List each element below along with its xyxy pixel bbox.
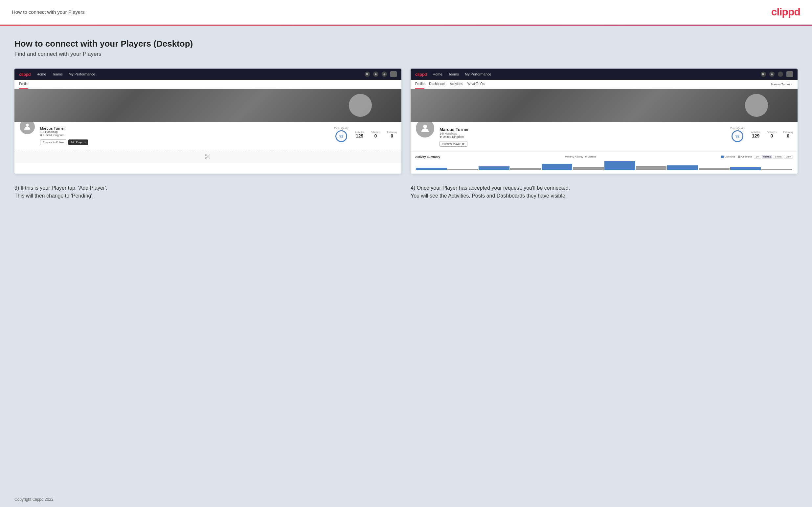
mock-buttons-left: Request to Follow Add Player + [40,139,326,145]
main-subheading: Find and connect with your Players [14,51,798,57]
request-follow-button[interactable]: Request to Follow [40,139,66,145]
player-name-left: Marcus Turner [40,126,326,130]
remove-player-button[interactable]: Remove Player [440,141,467,147]
following-value-right: 0 [783,133,793,138]
search-icon[interactable] [365,71,370,77]
followers-label-left: Followers [370,131,380,133]
svg-point-17 [771,73,772,74]
bar-5 [542,164,572,170]
svg-rect-7 [385,74,386,74]
activities-value-right: 129 [751,133,760,138]
chart-area [415,161,793,170]
profile-info-left: Marcus Turner 1-5 Handicap United Kingdo… [40,125,326,145]
banner-image-right [411,89,798,122]
add-player-button[interactable]: Add Player + [68,139,88,145]
svg-point-18 [423,125,427,128]
mock-nav-teams-right: Teams [448,72,459,76]
screenshots-row: clippd Home Teams My Performance [14,69,798,174]
svg-point-11 [206,157,207,159]
globe-icon-right[interactable] [786,71,793,77]
svg-point-8 [26,124,29,127]
mock-nav-left: clippd Home Teams My Performance [14,69,401,80]
screenshot-panel-left: clippd Home Teams My Performance [14,69,401,174]
svg-point-2 [375,73,376,74]
main-heading: How to connect with your Players (Deskto… [14,39,798,49]
followers-value-right: 0 [767,133,776,138]
offcourse-label: Off course [742,156,752,158]
mock-banner-left [14,89,401,122]
svg-point-15 [762,73,764,75]
banner-image-left [14,89,401,122]
description-right-text: 4) Once your Player has accepted your re… [411,185,570,199]
quality-circle-right: 92 [731,130,743,142]
mock-nav-right: clippd Home Teams My Performance [411,69,798,80]
player-name-right: Marcus Turner [440,127,722,132]
description-right: 4) Once your Player has accepted your re… [411,184,798,200]
main-content: How to connect with your Players (Deskto… [0,25,812,493]
bar-9 [667,165,698,170]
top-bar: How to connect with your Players clippd [0,0,812,24]
time-1mth[interactable]: 1 mth [784,155,793,159]
mock-logo-left: clippd [19,72,31,77]
svg-rect-6 [383,74,384,74]
bar-7 [604,161,635,170]
bar-1 [416,168,447,170]
oncourse-dot [721,156,724,158]
mock-tabs-right: Profile Dashboard Activities What To On … [411,80,798,89]
activity-header: Activity Summary Monthly Activity · 6 Mo… [415,155,793,159]
mock-buttons-right: Remove Player [440,141,722,147]
svg-rect-5 [384,75,384,75]
offcourse-dot [738,156,741,158]
activities-stat-left: Activities 129 [355,131,364,138]
mock-nav-icons-left [365,71,397,77]
player-dropdown[interactable]: Marcus Turner [771,80,793,89]
following-stat-right: Following 0 [783,131,793,138]
dropdown-player-name: Marcus Turner [771,83,790,86]
following-value-left: 0 [387,133,397,138]
search-icon-right[interactable] [761,71,766,77]
svg-point-10 [206,154,207,156]
user-icon[interactable] [373,71,378,77]
settings-icon-right[interactable] [778,71,783,77]
following-label-left: Following [387,131,397,133]
scissors-area [14,150,401,163]
tab-profile-left[interactable]: Profile [19,80,28,89]
following-stat-left: Following 0 [387,131,397,138]
followers-value-left: 0 [370,133,380,138]
followers-label-right: Followers [767,131,776,133]
tab-whattoon-right[interactable]: What To On [467,80,485,89]
oncourse-label: On course [725,156,735,158]
mock-profile-area-left: Marcus Turner 1-5 Handicap United Kingdo… [14,122,401,150]
svg-line-1 [367,74,368,75]
clippd-logo: clippd [771,6,800,18]
activity-title: Activity Summary [415,155,440,159]
activities-label-left: Activities [355,131,364,133]
time-6mths[interactable]: 6 mths [762,155,773,159]
page-title: How to connect with your Players [12,9,85,15]
bar-2 [447,169,478,170]
globe-icon[interactable] [390,71,397,77]
tab-dashboard-right[interactable]: Dashboard [429,80,445,89]
user-icon-right[interactable] [769,71,774,77]
activities-value-left: 129 [355,133,364,138]
tab-activities-right[interactable]: Activities [450,80,462,89]
player-location-left: United Kingdom [40,133,326,137]
time-3mths[interactable]: 3 mths [773,155,783,159]
following-label-right: Following [783,131,793,133]
tabs-left-group: Profile Dashboard Activities What To On [415,80,485,89]
location-text-right: United Kingdom [443,135,464,138]
description-left-text: 3) If this is your Player tap, 'Add Play… [14,185,107,199]
quality-group-left: Player Quality 92 [334,127,349,142]
mock-profile-area-right: Marcus Turner 1-5 Handicap United Kingdo… [411,122,798,151]
screenshot-panel-right: clippd Home Teams My Performance [411,69,798,174]
svg-line-13 [209,157,210,159]
mock-logo-right: clippd [415,72,427,77]
settings-icon[interactable] [382,71,387,77]
activity-legend: On course Off course [721,156,752,158]
remove-player-label: Remove Player [443,143,461,146]
tab-profile-right[interactable]: Profile [415,80,424,89]
descriptions-row: 3) If this is your Player tap, 'Add Play… [14,184,798,200]
mock-nav-home-left: Home [37,72,46,76]
time-1yr[interactable]: 1 yr [754,155,761,159]
svg-line-14 [207,155,208,156]
